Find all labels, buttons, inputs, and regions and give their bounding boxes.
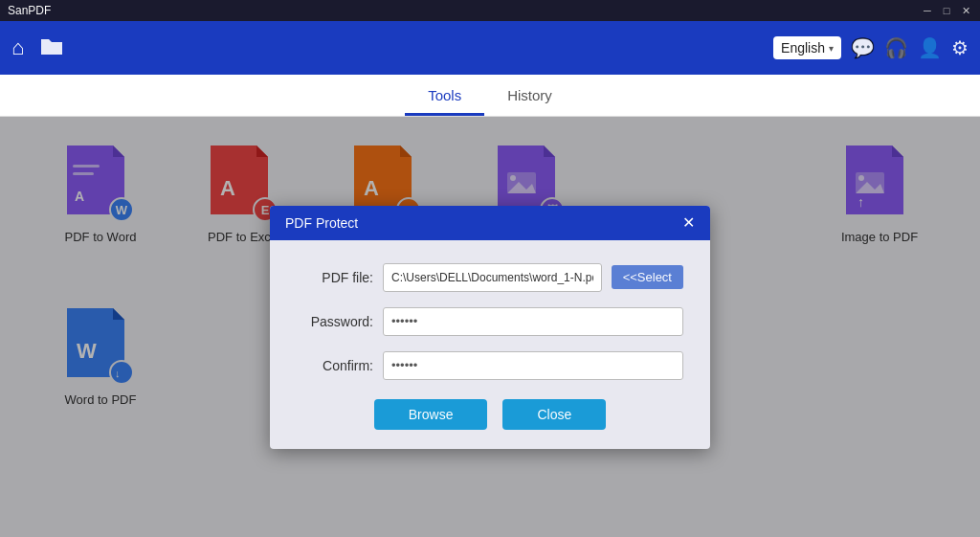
user-icon[interactable]: 👤 — [918, 36, 942, 59]
minimize-button[interactable]: ─ — [921, 4, 934, 17]
dialog-footer: Browse Close — [270, 399, 710, 449]
confirm-label: Confirm: — [297, 358, 373, 373]
password-row: Password: — [297, 307, 683, 336]
headphone-icon[interactable]: 🎧 — [884, 36, 908, 59]
dialog-overlay: PDF Protect ✕ PDF file: <<Select Passwor… — [0, 117, 980, 537]
password-label: Password: — [297, 314, 373, 329]
title-bar: SanPDF ─ □ ✕ — [0, 0, 980, 21]
tab-history[interactable]: History — [484, 78, 575, 116]
dialog-header: PDF Protect ✕ — [270, 206, 710, 240]
nav-bar: ⌂ English ▾ 💬 🎧 👤 ⚙ — [0, 21, 980, 75]
chevron-down-icon: ▾ — [829, 43, 834, 54]
chat-icon[interactable]: 💬 — [851, 36, 875, 59]
file-path-input[interactable] — [383, 263, 602, 292]
dialog-close-button[interactable]: ✕ — [682, 215, 695, 231]
confirm-input[interactable] — [383, 351, 683, 380]
folder-icon[interactable] — [39, 35, 64, 61]
browse-button[interactable]: Browse — [374, 399, 488, 430]
tab-tools[interactable]: Tools — [405, 78, 484, 116]
password-input[interactable] — [383, 307, 683, 336]
language-selector[interactable]: English ▾ — [773, 36, 841, 59]
pdf-file-row: PDF file: <<Select — [297, 263, 683, 292]
file-label: PDF file: — [297, 270, 373, 285]
select-button[interactable]: <<Select — [612, 265, 683, 289]
app-title: SanPDF — [8, 4, 51, 17]
pdf-protect-dialog: PDF Protect ✕ PDF file: <<Select Passwor… — [270, 206, 710, 449]
dialog-title: PDF Protect — [285, 215, 358, 231]
dialog-body: PDF file: <<Select Password: Confirm: — [270, 240, 710, 399]
tabs-bar: Tools History — [0, 75, 980, 117]
close-dialog-button[interactable]: Close — [502, 399, 606, 430]
nav-right: English ▾ 💬 🎧 👤 ⚙ — [773, 36, 969, 59]
close-button[interactable]: ✕ — [959, 4, 972, 17]
main-content: A W PDF to Word A E PDF to Excel — [0, 117, 980, 537]
language-label: English — [781, 40, 825, 56]
settings-icon[interactable]: ⚙ — [951, 36, 969, 59]
window-controls: ─ □ ✕ — [921, 4, 972, 17]
confirm-row: Confirm: — [297, 351, 683, 380]
home-icon[interactable]: ⌂ — [11, 35, 24, 60]
maximize-button[interactable]: □ — [940, 4, 953, 17]
nav-left: ⌂ — [11, 35, 64, 61]
